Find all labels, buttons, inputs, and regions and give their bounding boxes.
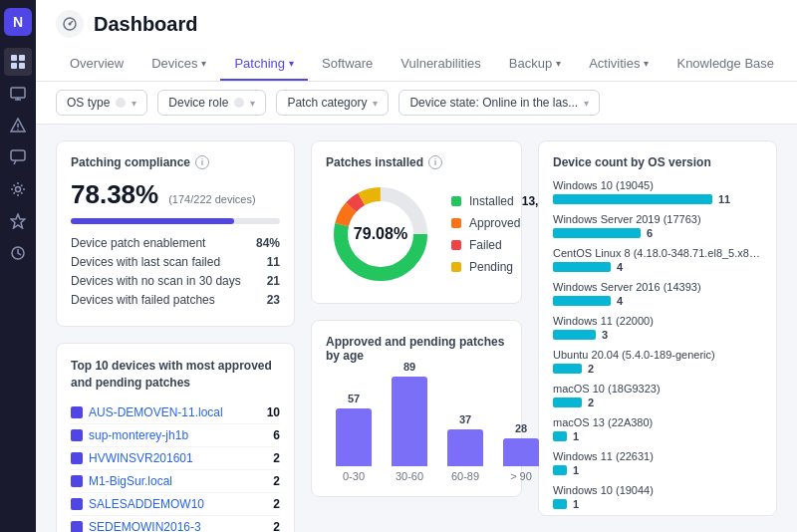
svg-rect-4 bbox=[11, 88, 25, 98]
compliance-title: Patching compliance i bbox=[71, 155, 280, 169]
bar-label: 0-30 bbox=[343, 470, 365, 482]
device-count: 6 bbox=[273, 428, 280, 442]
bar-group: 28> 90 bbox=[503, 422, 539, 482]
device-count: 2 bbox=[273, 520, 280, 532]
installed-dot bbox=[451, 196, 461, 206]
device-name: sup-monterey-jh1b bbox=[89, 428, 267, 442]
os-bar bbox=[553, 330, 596, 340]
os-bar bbox=[553, 194, 712, 204]
os-bar-wrap: 1 bbox=[553, 498, 762, 510]
os-count: 6 bbox=[647, 227, 653, 239]
os-version-row: Windows Server 2019 (17763)6 bbox=[553, 213, 762, 239]
device-row[interactable]: SALESADDEMOW102 bbox=[71, 493, 280, 516]
filter-device-state[interactable]: Device state: Online in the las... ▾ bbox=[398, 90, 600, 116]
device-row[interactable]: HVWINSVR2016012 bbox=[71, 447, 280, 470]
filter-dot bbox=[116, 98, 126, 108]
compliance-card: Patching compliance i 78.38% (174/222 de… bbox=[56, 140, 295, 327]
sidebar-icon-grid[interactable] bbox=[4, 48, 32, 76]
os-name: Windows Server 2019 (17763) bbox=[553, 213, 762, 225]
svg-rect-1 bbox=[19, 55, 25, 61]
right-column: Device count by OS version Windows 10 (1… bbox=[538, 140, 777, 516]
sidebar-icon-gear[interactable] bbox=[4, 175, 32, 203]
tab-patching[interactable]: Patching▾ bbox=[220, 48, 308, 81]
tab-devices[interactable]: Devices▾ bbox=[137, 48, 220, 81]
device-row[interactable]: SEDEMOWIN2016-32 bbox=[71, 516, 280, 532]
os-version-row: macOS 13 (22A380)1 bbox=[553, 416, 762, 442]
compliance-info-icon[interactable]: i bbox=[195, 155, 209, 169]
tab-knowledge-base[interactable]: Knowledge Base bbox=[663, 48, 788, 81]
bar-value: 37 bbox=[459, 413, 471, 425]
os-version-row: CentOS Linux 8 (4.18.0-348.71.el8_5.x86_… bbox=[553, 247, 762, 273]
os-version-row: Windows 10 (19044)1 bbox=[553, 484, 762, 510]
os-version-row: macOS 10 (18G9323)2 bbox=[553, 383, 762, 408]
sidebar-icon-alert[interactable] bbox=[4, 112, 32, 139]
sidebar-icon-monitor[interactable] bbox=[4, 80, 32, 108]
donut-chart: 79.08% bbox=[326, 179, 435, 289]
stat-row-1: Devices with last scan failed 11 bbox=[71, 255, 280, 269]
device-row[interactable]: M1-BigSur.local2 bbox=[71, 470, 280, 493]
device-name: SEDEMOWIN2016-3 bbox=[89, 520, 267, 532]
os-bar-wrap: 4 bbox=[553, 261, 762, 273]
sidebar-icon-history[interactable] bbox=[4, 239, 32, 267]
svg-rect-9 bbox=[11, 150, 25, 160]
sidebar-logo: N bbox=[4, 8, 32, 36]
bar bbox=[392, 377, 427, 466]
filter-os-type[interactable]: OS type ▾ bbox=[56, 90, 147, 116]
os-bar bbox=[553, 364, 582, 374]
header-title-area: Dashboard bbox=[56, 10, 777, 38]
os-count: 2 bbox=[588, 397, 594, 408]
sidebar-icon-star[interactable] bbox=[4, 207, 32, 235]
os-list: Windows 10 (19045)11Windows Server 2019 … bbox=[553, 179, 762, 516]
bar bbox=[336, 408, 372, 466]
device-icon bbox=[71, 452, 83, 464]
main-area: Dashboard Overview Devices▾ Patching▾ So… bbox=[36, 0, 797, 532]
patches-age-title: Approved and pending patches by age bbox=[326, 335, 507, 363]
sidebar-icon-chat[interactable] bbox=[4, 143, 32, 171]
os-count: 11 bbox=[718, 193, 730, 205]
os-name: macOS 13 (22A380) bbox=[553, 416, 762, 428]
device-row[interactable]: AUS-DEMOVEN-11.local10 bbox=[71, 401, 280, 424]
os-version-row: Windows 11 (22631)1 bbox=[553, 450, 762, 476]
os-bar-wrap: 3 bbox=[553, 329, 762, 341]
svg-point-8 bbox=[17, 129, 19, 131]
device-icon bbox=[71, 521, 83, 532]
tab-overview[interactable]: Overview bbox=[56, 48, 137, 81]
patches-installed-title: Patches installed i bbox=[326, 155, 507, 169]
os-bar bbox=[553, 431, 567, 441]
bar-chart: 570-308930-603760-8928> 90 bbox=[326, 373, 507, 482]
svg-rect-2 bbox=[11, 63, 17, 69]
os-versions-card: Device count by OS version Windows 10 (1… bbox=[538, 140, 777, 516]
tab-vulnerabilities[interactable]: Vulnerabilities bbox=[387, 48, 494, 81]
tab-activities[interactable]: Activities▾ bbox=[575, 48, 663, 81]
patches-info-icon[interactable]: i bbox=[428, 155, 442, 169]
top-devices-title: Top 10 devices with most approved and pe… bbox=[71, 358, 280, 392]
bar-label: > 90 bbox=[510, 470, 532, 482]
bar-value: 28 bbox=[515, 422, 527, 434]
approved-dot bbox=[451, 218, 461, 228]
filter-patch-category[interactable]: Patch category ▾ bbox=[276, 90, 389, 116]
bar-group: 8930-60 bbox=[392, 361, 427, 482]
os-bar-wrap: 2 bbox=[553, 363, 762, 375]
content-area: Patching compliance i 78.38% (174/222 de… bbox=[36, 125, 797, 532]
left-column: Patching compliance i 78.38% (174/222 de… bbox=[56, 140, 295, 516]
os-bar bbox=[553, 296, 611, 306]
os-version-row: Windows Server 2016 (14393)4 bbox=[553, 281, 762, 307]
os-bar-wrap: 4 bbox=[553, 295, 762, 307]
donut-center-label: 79.08% bbox=[354, 225, 407, 243]
os-bar-wrap: 11 bbox=[553, 193, 762, 205]
tab-software[interactable]: Software bbox=[308, 48, 387, 81]
compliance-percentage: 78.38% bbox=[71, 179, 158, 210]
donut-area: 79.08% Installed 13,936 › Approved bbox=[326, 179, 507, 289]
tab-backup[interactable]: Backup▾ bbox=[495, 48, 575, 81]
device-row[interactable]: sup-monterey-jh1b6 bbox=[71, 424, 280, 447]
device-name: AUS-DEMOVEN-11.local bbox=[89, 405, 261, 419]
os-bar-wrap: 2 bbox=[553, 397, 762, 408]
bar-label: 60-89 bbox=[451, 470, 479, 482]
os-versions-title: Device count by OS version bbox=[553, 155, 762, 169]
device-name: HVWINSVR201601 bbox=[89, 451, 267, 465]
device-count: 2 bbox=[273, 474, 280, 488]
filter-device-role[interactable]: Device role ▾ bbox=[157, 90, 266, 116]
header: Dashboard Overview Devices▾ Patching▾ So… bbox=[36, 0, 797, 82]
bar-value: 89 bbox=[403, 361, 415, 373]
nav-tabs: Overview Devices▾ Patching▾ Software Vul… bbox=[56, 48, 777, 81]
